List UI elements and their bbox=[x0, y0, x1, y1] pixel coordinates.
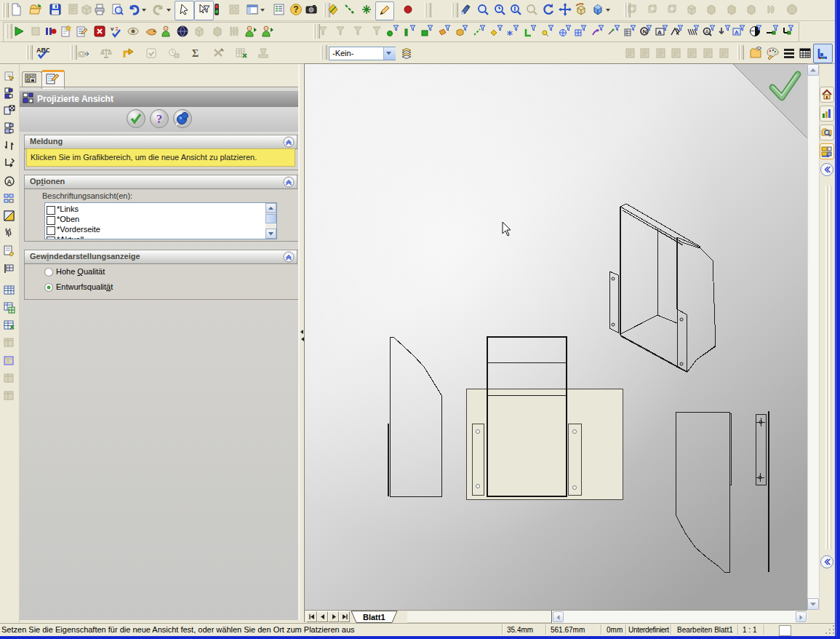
svg-text:A: A bbox=[657, 29, 662, 36]
svg-text:N: N bbox=[643, 28, 647, 35]
svg-text:v: v bbox=[111, 25, 114, 32]
svg-text:ABC: ABC bbox=[36, 47, 49, 54]
svg-text:?: ? bbox=[293, 4, 298, 15]
svg-text:A: A bbox=[7, 178, 12, 186]
svg-text:A: A bbox=[735, 29, 739, 36]
svg-text:Blatt1: Blatt1 bbox=[363, 613, 385, 622]
svg-text:Σ: Σ bbox=[192, 48, 199, 59]
svg-text:?: ? bbox=[156, 112, 163, 126]
svg-text:A: A bbox=[705, 29, 709, 34]
